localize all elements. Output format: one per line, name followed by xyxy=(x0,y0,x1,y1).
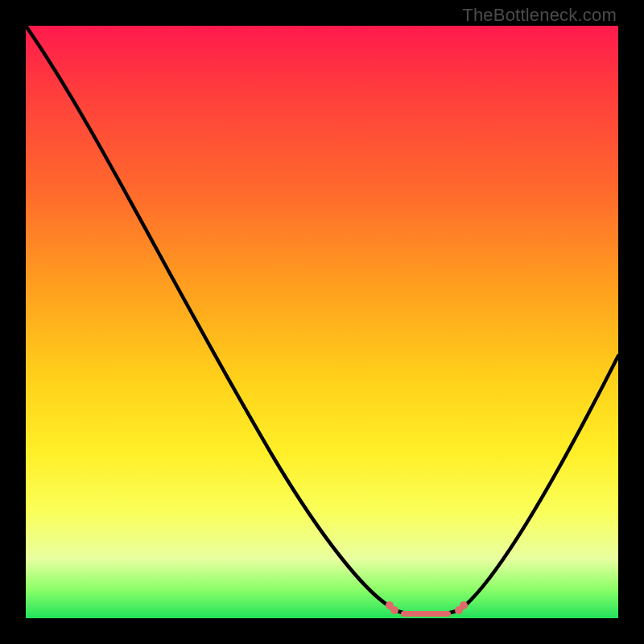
curve-overlay xyxy=(26,26,618,618)
plot-area xyxy=(26,26,618,618)
marker-dot xyxy=(460,601,468,609)
bottleneck-curve xyxy=(26,26,618,613)
watermark-text: TheBottleneck.com xyxy=(462,5,617,26)
bottom-marker-group xyxy=(386,601,468,617)
marker-dot xyxy=(390,606,398,614)
chart-frame: TheBottleneck.com xyxy=(0,0,644,644)
marker-dash xyxy=(401,611,451,617)
